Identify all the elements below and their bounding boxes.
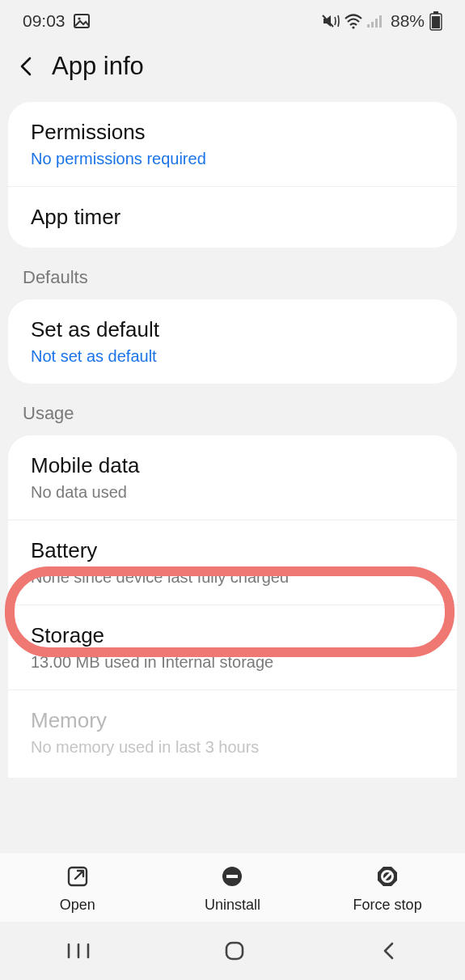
card-defaults: Set as default Not set as default: [8, 299, 457, 384]
nav-home-icon[interactable]: [222, 939, 247, 963]
row-title: Permissions: [31, 120, 436, 145]
svg-rect-7: [379, 15, 382, 28]
row-subtitle: 13.00 MB used in Internal storage: [31, 653, 436, 672]
status-bar: 09:03 88%: [0, 0, 465, 37]
nav-back-icon[interactable]: [378, 940, 399, 961]
row-storage[interactable]: Storage 13.00 MB used in Internal storag…: [8, 605, 457, 689]
action-label: Uninstall: [205, 897, 260, 914]
row-title: App timer: [31, 205, 436, 230]
section-usage: Usage: [0, 384, 465, 435]
svg-point-1: [78, 17, 80, 19]
open-button[interactable]: Open: [1, 864, 154, 914]
picture-icon: [74, 14, 90, 28]
row-permissions[interactable]: Permissions No permissions required: [8, 102, 457, 186]
svg-rect-6: [375, 19, 378, 28]
nav-bar: [0, 922, 465, 980]
signal-icon: [366, 14, 384, 28]
status-time: 09:03: [23, 11, 66, 31]
battery-icon: [429, 11, 442, 31]
uninstall-icon: [220, 864, 244, 889]
page-title: App info: [52, 52, 144, 81]
uninstall-button[interactable]: Uninstall: [156, 864, 310, 914]
action-label: Force stop: [353, 897, 422, 914]
row-subtitle: Not set as default: [31, 347, 436, 366]
force-stop-icon: [375, 864, 399, 889]
row-title: Memory: [31, 708, 436, 733]
row-subtitle: No memory used in last 3 hours: [31, 738, 436, 757]
row-set-default[interactable]: Set as default Not set as default: [8, 299, 457, 384]
row-app-timer[interactable]: App timer: [8, 186, 457, 248]
svg-rect-4: [367, 24, 370, 28]
svg-rect-20: [226, 943, 243, 959]
action-label: Open: [60, 897, 95, 914]
row-title: Mobile data: [31, 453, 436, 478]
nav-recents-icon[interactable]: [66, 941, 91, 961]
svg-rect-13: [226, 875, 238, 878]
row-subtitle: No permissions required: [31, 150, 436, 168]
row-mobile-data[interactable]: Mobile data No data used: [8, 435, 457, 520]
mute-vibrate-icon: [321, 13, 340, 29]
row-title: Set as default: [31, 317, 436, 342]
row-title: Storage: [31, 623, 436, 648]
force-stop-button[interactable]: Force stop: [311, 864, 464, 914]
svg-point-3: [352, 26, 354, 28]
header: App info: [0, 37, 465, 102]
svg-rect-5: [371, 22, 374, 28]
open-icon: [66, 864, 90, 889]
svg-rect-10: [432, 16, 440, 28]
card-permissions-timer: Permissions No permissions required App …: [8, 102, 457, 248]
row-memory[interactable]: Memory No memory used in last 3 hours: [8, 689, 457, 774]
battery-percent: 88%: [391, 11, 425, 31]
row-battery[interactable]: Battery None since device last fully cha…: [8, 520, 457, 605]
section-defaults: Defaults: [0, 248, 465, 299]
wifi-icon: [344, 13, 363, 29]
bottom-action-bar: Open Uninstall Force stop: [0, 852, 465, 922]
row-subtitle: No data used: [31, 483, 436, 502]
card-usage: Mobile data No data used Battery None si…: [8, 435, 457, 778]
row-subtitle: None since device last fully charged: [31, 568, 436, 587]
back-icon[interactable]: [16, 56, 37, 77]
row-title: Battery: [31, 538, 436, 563]
